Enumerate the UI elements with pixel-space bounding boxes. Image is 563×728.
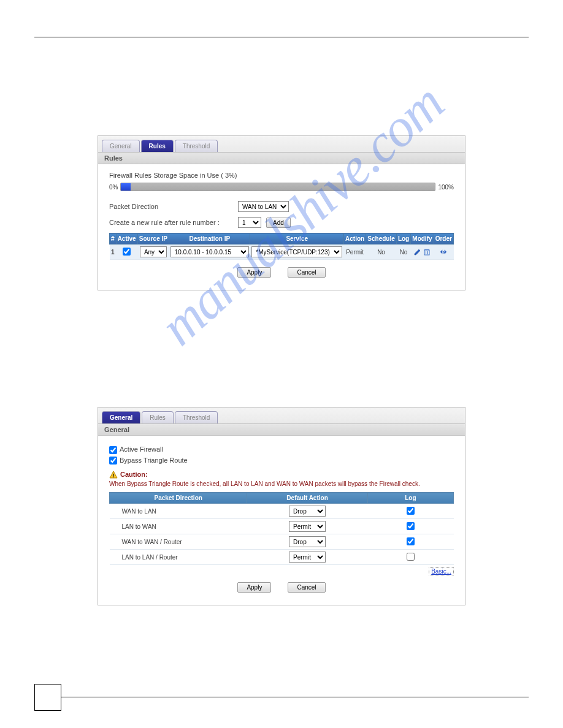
col-srcip: Source IP [137, 233, 169, 245]
packet-direction-label: Packet Direction [109, 203, 238, 210]
col-dstip: Destination IP [169, 233, 250, 245]
cell-schedule: No [366, 245, 397, 260]
storage-label: Firewall Rules Storage Space in Use ( 3%… [109, 172, 454, 179]
srcip-select[interactable]: Any [140, 246, 167, 257]
dir-cell: WAN to LAN [110, 504, 247, 519]
rules-panel: General Rules Threshold Rules Firewall R… [98, 135, 465, 290]
col-dir: Packet Direction [110, 493, 247, 504]
rules-section-header: Rules [98, 152, 465, 164]
apply-button[interactable]: Apply [237, 267, 271, 278]
add-button[interactable]: Add [266, 218, 291, 228]
service-select[interactable]: *MyService(TCP/UDP:123) [251, 246, 342, 257]
warning-icon: ! [109, 471, 118, 479]
storage-bar-fill [121, 183, 130, 191]
bypass-triangle-label: Bypass Triangle Route [120, 457, 188, 464]
cell-active [116, 245, 137, 260]
dir-cell: WAN to WAN / Router [110, 534, 247, 550]
col-num: # [110, 233, 117, 245]
col-order: Order [434, 233, 453, 245]
dstip-select[interactable]: 10.0.0.10 - 10.0.0.15 [170, 246, 249, 257]
col-active: Active [116, 233, 137, 245]
table-row: WAN to LAN Drop [110, 504, 454, 519]
general-panel: General Rules Threshold General Active F… [98, 407, 465, 605]
page-bottom-divider [61, 697, 529, 697]
cell-dstip: 10.0.0.10 - 10.0.0.15 [169, 245, 250, 260]
table-row: LAN to WAN Permit [110, 519, 454, 534]
active-firewall-checkbox[interactable] [109, 446, 117, 454]
cell-modify [411, 245, 434, 260]
tab-threshold-2[interactable]: Threshold [175, 411, 218, 423]
cell-num: 1 [110, 245, 117, 260]
cancel-button[interactable]: Cancel [288, 267, 325, 278]
col-schedule: Schedule [366, 233, 397, 245]
active-checkbox[interactable] [123, 248, 131, 256]
log-checkbox-0[interactable] [407, 507, 415, 515]
table-row: LAN to LAN / Router Permit [110, 550, 454, 565]
edit-icon[interactable] [414, 248, 421, 256]
log-checkbox-2[interactable] [407, 537, 415, 545]
col-log2: Log [367, 493, 453, 504]
action-select-3[interactable]: Permit [289, 552, 326, 563]
apply-button-2[interactable]: Apply [237, 582, 271, 593]
bypass-triangle-checkbox[interactable] [109, 457, 117, 464]
pct-right: 100% [438, 184, 454, 191]
page-number-box [34, 684, 61, 711]
table-row: 1 Any 10.0.0.10 - 10.0.0.15 *MyService(T… [110, 245, 454, 260]
svg-text:!: ! [113, 472, 115, 479]
caution-text: When Bypass Triangle Route is checked, a… [109, 480, 454, 487]
col-log: Log [396, 233, 410, 245]
dir-cell: LAN to WAN [110, 519, 247, 534]
cell-order: N [434, 245, 453, 260]
packet-direction-select[interactable]: WAN to LAN [238, 201, 289, 212]
col-modify: Modify [411, 233, 434, 245]
table-row: WAN to WAN / Router Drop [110, 534, 454, 550]
direction-table: Packet Direction Default Action Log WAN … [109, 492, 454, 565]
pct-left: 0% [109, 184, 118, 191]
tab-threshold[interactable]: Threshold [175, 140, 218, 152]
move-icon[interactable]: N [440, 248, 447, 256]
rule-number-select[interactable]: 1 [238, 217, 261, 228]
svg-rect-0 [424, 250, 429, 255]
basic-link[interactable]: Basic... [429, 567, 454, 575]
tab-rules[interactable]: Rules [141, 140, 174, 152]
tab-rules-2[interactable]: Rules [142, 411, 174, 423]
active-firewall-label: Active Firewall [120, 446, 163, 453]
col-service: Service [250, 233, 344, 245]
storage-bar [120, 183, 435, 191]
col-defaction: Default Action [247, 493, 367, 504]
log-checkbox-1[interactable] [407, 522, 415, 530]
action-select-1[interactable]: Permit [289, 521, 326, 532]
col-action: Action [344, 233, 366, 245]
cancel-button-2[interactable]: Cancel [288, 582, 325, 593]
tabs-bar-2: General Rules Threshold [98, 408, 465, 423]
cell-log: No [396, 245, 410, 260]
tabs-bar-1: General Rules Threshold [98, 136, 465, 152]
caution-title: Caution: [120, 471, 148, 478]
log-checkbox-3[interactable] [407, 553, 415, 561]
cell-service: *MyService(TCP/UDP:123) [250, 245, 344, 260]
rules-table: # Active Source IP Destination IP Servic… [109, 233, 454, 260]
svg-text:N: N [443, 251, 445, 254]
action-select-2[interactable]: Drop [289, 536, 326, 547]
cell-srcip: Any [137, 245, 169, 260]
create-rule-label: Create a new rule after rule number : [109, 219, 238, 226]
dir-cell: LAN to LAN / Router [110, 550, 247, 565]
tab-general[interactable]: General [102, 140, 140, 152]
cell-action: Permit [344, 245, 366, 260]
action-select-0[interactable]: Drop [289, 506, 326, 517]
page-top-divider [34, 37, 529, 37]
delete-icon[interactable] [423, 248, 431, 256]
tab-general-2[interactable]: General [102, 411, 140, 423]
general-section-header: General [98, 423, 465, 436]
